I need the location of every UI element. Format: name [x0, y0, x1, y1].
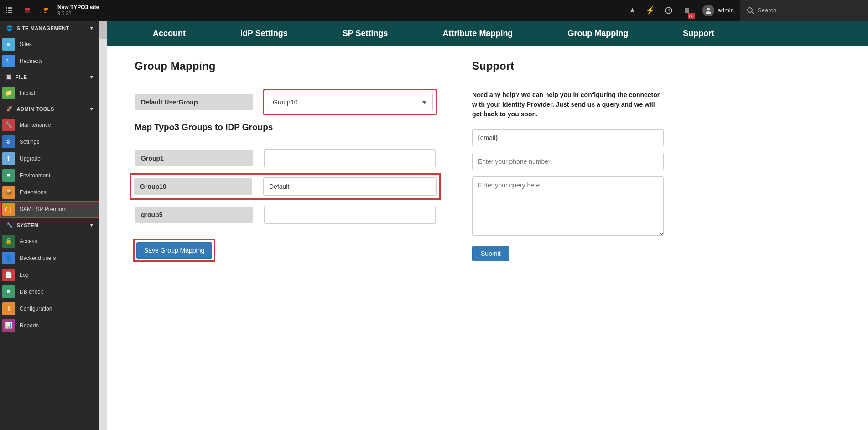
typo3-logo-icon[interactable] [36, 0, 55, 21]
divider [135, 139, 436, 139]
sidebar-item-filelist[interactable]: 📁Filelist [0, 84, 99, 101]
sidebar-section-file[interactable]: 🖼FILE▾ [0, 69, 99, 84]
svg-line-16 [752, 12, 754, 14]
svg-rect-6 [6, 12, 7, 13]
topbar-left: New TYPO3 site 9.5.23 [0, 0, 623, 21]
group-input-1[interactable] [263, 177, 437, 196]
upgrade-icon: ⬆ [2, 152, 15, 165]
svg-rect-2 [10, 7, 12, 9]
sidebar-item-reports[interactable]: 📊Reports [0, 317, 99, 334]
tab-account[interactable]: Account [125, 29, 213, 38]
chevron-down-icon: ▾ [90, 74, 94, 80]
backendusers-icon: 👤 [2, 252, 15, 264]
sidebar-section-system[interactable]: 🔧SYSTEM▾ [0, 218, 99, 233]
app-menu-icon[interactable] [0, 0, 18, 21]
bolt-icon[interactable]: ⚡ [641, 0, 660, 21]
notification-icon[interactable]: 33 [678, 0, 696, 21]
extensions-icon: 📦 [2, 186, 15, 199]
group-label-0: Group1 [135, 150, 253, 166]
sidebar-section-site-management[interactable]: 🌐SITE MANAGEMENT▾ [0, 21, 99, 36]
svg-rect-10 [25, 8, 30, 10]
avatar-icon [702, 5, 714, 16]
sidebar-item-redirects[interactable]: ↻Redirects [0, 52, 99, 69]
group-row-0: Group1 [135, 149, 436, 167]
default-usergroup-label: Default UserGroup [135, 94, 253, 110]
svg-rect-1 [8, 7, 10, 9]
svg-point-14 [707, 8, 710, 10]
page-heading: Group Mapping [135, 60, 436, 73]
divider [472, 80, 664, 80]
sidebar-item-sites[interactable]: 🖥Sites [0, 36, 99, 52]
support-phone-input[interactable] [472, 153, 664, 170]
sidebar-item-backendusers[interactable]: 👤Backend users [0, 249, 99, 266]
tab-sp-settings[interactable]: SP Settings [315, 29, 416, 38]
dbcheck-icon: ≡ [2, 285, 15, 298]
default-usergroup-select[interactable]: Group10 [267, 93, 433, 111]
sidebar-item-configuration[interactable]: ⦀Configuration [0, 300, 99, 317]
group-mapping-panel: Group Mapping Default UserGroup Group10 … [135, 60, 436, 261]
samlsp-icon: ◯ [2, 203, 15, 216]
group-row-1: Group10 [132, 176, 438, 197]
tab-support[interactable]: Support [655, 29, 742, 38]
group-input-0[interactable] [264, 149, 436, 167]
tab-attribute-mapping[interactable]: Attribute Mapping [415, 29, 540, 38]
svg-rect-3 [6, 10, 7, 11]
maintenance-icon: 🔧 [2, 119, 15, 131]
log-icon: 📄 [2, 269, 15, 281]
calendar-icon[interactable] [18, 0, 36, 21]
sidebar-item-extensions[interactable]: 📦Extensions [0, 184, 99, 201]
search-icon [747, 7, 754, 14]
sidebar-item-settings[interactable]: ⚙Settings [0, 133, 99, 150]
support-submit-button[interactable]: Submit [472, 246, 509, 261]
group-input-2[interactable] [264, 206, 436, 224]
user-block[interactable]: admin [696, 5, 740, 16]
svg-rect-13 [685, 8, 689, 13]
reports-icon: 📊 [2, 319, 15, 332]
support-query-textarea[interactable] [472, 176, 664, 236]
access-icon: 🔒 [2, 235, 15, 248]
group-label-2: group5 [135, 207, 253, 223]
tabs: Account IdP Settings SP Settings Attribu… [107, 21, 868, 46]
save-group-mapping-button[interactable]: Save Group Mapping [136, 242, 212, 259]
site-title: New TYPO3 site [57, 4, 99, 10]
sidebar-item-maintenance[interactable]: 🔧Maintenance [0, 116, 99, 133]
divider [135, 80, 436, 80]
main: Account IdP Settings SP Settings Attribu… [107, 21, 868, 430]
topbar: New TYPO3 site 9.5.23 ★ ⚡ ? 33 admin Sea… [0, 0, 868, 21]
search-block[interactable]: Search [740, 0, 868, 21]
sidebar-item-environment[interactable]: ≡Environment [0, 167, 99, 184]
chevron-down-icon: ▾ [90, 25, 94, 31]
tab-group-mapping[interactable]: Group Mapping [540, 29, 655, 38]
site-version: 9.5.23 [57, 10, 99, 16]
svg-rect-5 [10, 10, 12, 11]
scrollbar[interactable] [99, 21, 107, 430]
group-row-2: group5 [135, 206, 436, 224]
svg-rect-8 [10, 12, 12, 13]
chevron-down-icon: ▾ [90, 106, 94, 112]
svg-rect-7 [8, 12, 10, 13]
group-label-1: Group10 [134, 178, 252, 195]
help-icon[interactable]: ? [660, 0, 678, 21]
svg-rect-4 [8, 10, 10, 11]
sites-icon: 🖥 [2, 38, 15, 51]
site-title-block: New TYPO3 site 9.5.23 [57, 4, 99, 17]
default-usergroup-row: Default UserGroup Group10 [135, 90, 436, 114]
notification-badge: 33 [688, 13, 695, 19]
username: admin [718, 7, 734, 14]
support-heading: Support [472, 60, 664, 73]
sidebar-item-upgrade[interactable]: ⬆Upgrade [0, 150, 99, 167]
sidebar-section-admin-tools[interactable]: 🚀ADMIN TOOLS▾ [0, 101, 99, 116]
sidebar-item-samlsp[interactable]: ◯SAML SP Premium [0, 201, 99, 218]
star-icon[interactable]: ★ [623, 0, 641, 21]
chevron-down-icon: ▾ [90, 222, 94, 228]
topbar-right: ★ ⚡ ? 33 admin Search [623, 0, 868, 21]
sidebar-item-dbcheck[interactable]: ≡DB check [0, 283, 99, 300]
redirects-icon: ↻ [2, 55, 15, 67]
tab-idp-settings[interactable]: IdP Settings [213, 29, 315, 38]
sidebar-item-access[interactable]: 🔒Access [0, 233, 99, 249]
sidebar-item-log[interactable]: 📄Log [0, 266, 99, 283]
svg-point-15 [748, 8, 752, 12]
map-groups-heading: Map Typo3 Groups to IDP Groups [135, 122, 436, 132]
support-text: Need any help? We can help you in config… [472, 90, 664, 119]
support-email-input[interactable] [472, 129, 664, 146]
